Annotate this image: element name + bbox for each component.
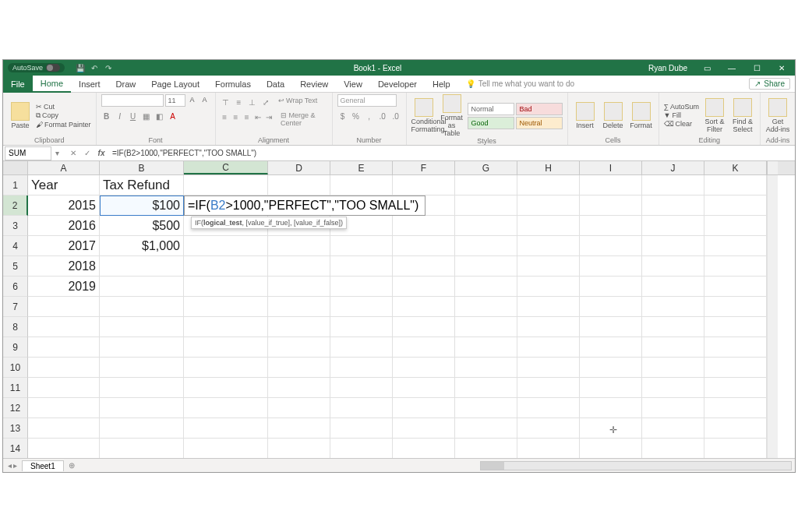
cell-C5[interactable] (184, 256, 268, 277)
style-bad[interactable]: Bad (516, 103, 563, 115)
cell-C12[interactable] (184, 398, 268, 418)
increase-decimal-icon[interactable]: .0 (377, 111, 388, 122)
cell-J9[interactable] (642, 337, 704, 358)
row-header-5[interactable]: 5 (3, 256, 28, 277)
cell-D14[interactable] (268, 439, 330, 459)
cell-C7[interactable] (184, 297, 268, 317)
cell-C8[interactable] (184, 317, 268, 337)
vertical-scrollbar[interactable] (767, 337, 778, 358)
cell-I9[interactable] (580, 337, 642, 358)
underline-icon[interactable]: U (128, 111, 139, 122)
font-size-dropdown[interactable]: 11 (165, 94, 185, 107)
vertical-scrollbar[interactable] (767, 256, 778, 277)
decrease-indent-icon[interactable]: ⇤ (253, 111, 262, 122)
cell-G8[interactable] (455, 317, 517, 337)
cell-D12[interactable] (268, 398, 330, 418)
cell-D10[interactable] (268, 358, 330, 378)
cell-C11[interactable] (184, 378, 268, 398)
increase-indent-icon[interactable]: ⇥ (265, 111, 274, 122)
new-sheet-icon[interactable]: ⊕ (64, 461, 79, 470)
vertical-scrollbar[interactable] (767, 161, 778, 174)
cell-B1[interactable]: Tax Refund (100, 175, 184, 196)
border-icon[interactable]: ▦ (141, 111, 152, 122)
cell-J14[interactable] (642, 439, 704, 459)
align-left-icon[interactable]: ≡ (221, 111, 229, 122)
cell-F4[interactable] (393, 236, 455, 256)
tab-view[interactable]: View (336, 76, 370, 93)
cell-C1[interactable] (184, 175, 268, 196)
cell-J4[interactable] (642, 236, 704, 256)
copy-button[interactable]: ⧉Copy (36, 111, 91, 120)
row-header-7[interactable]: 7 (3, 297, 28, 317)
conditional-formatting-button[interactable]: Conditional Formatting (411, 98, 436, 133)
cell-I3[interactable] (580, 216, 642, 236)
cell-E13[interactable] (330, 418, 393, 439)
col-header-E[interactable]: E (330, 161, 393, 174)
cell-H1[interactable] (517, 175, 580, 196)
cell-C14[interactable] (184, 439, 268, 459)
cell-E12[interactable] (330, 398, 393, 418)
cell-B5[interactable] (100, 256, 184, 277)
minimize-icon[interactable]: — (720, 60, 743, 76)
cell-G12[interactable] (455, 398, 517, 418)
cell-I12[interactable] (580, 398, 642, 418)
cell-D1[interactable] (268, 175, 330, 196)
cell-A13[interactable] (28, 418, 100, 439)
cell-I10[interactable] (580, 358, 642, 378)
orientation-icon[interactable]: ⤢ (260, 97, 271, 107)
cell-J11[interactable] (642, 378, 704, 398)
autosave-toggle[interactable]: AutoSave (8, 63, 65, 72)
cell-J13[interactable] (642, 418, 704, 439)
cell-G9[interactable] (455, 337, 517, 358)
cell-F7[interactable] (393, 297, 455, 317)
row-header-10[interactable]: 10 (3, 358, 28, 378)
align-middle-icon[interactable]: ≡ (234, 97, 245, 107)
cell-G2[interactable] (455, 196, 517, 216)
cell-F6[interactable] (393, 277, 455, 297)
cell-K11[interactable] (704, 378, 767, 398)
fill-button[interactable]: ▼ Fill (664, 111, 699, 119)
bold-icon[interactable]: B (101, 111, 112, 122)
vertical-scrollbar[interactable] (767, 317, 778, 337)
cell-F1[interactable] (393, 175, 455, 196)
cell-H8[interactable] (517, 317, 580, 337)
cell-C10[interactable] (184, 358, 268, 378)
horizontal-scrollbar[interactable] (480, 461, 792, 470)
cell-J2[interactable] (642, 196, 704, 216)
style-neutral[interactable]: Neutral (516, 117, 563, 129)
vertical-scrollbar[interactable] (767, 378, 778, 398)
wrap-text-button[interactable]: ↩ Wrap Text (278, 97, 318, 107)
cell-E4[interactable] (330, 236, 393, 256)
col-header-J[interactable]: J (642, 161, 704, 174)
cell-K6[interactable] (704, 277, 767, 297)
col-header-G[interactable]: G (455, 161, 517, 174)
cell-I1[interactable] (580, 175, 642, 196)
cell-A3[interactable]: 2016 (28, 216, 100, 236)
cell-A2[interactable]: 2015 (28, 196, 100, 216)
cell-K14[interactable] (704, 439, 767, 459)
cell-H10[interactable] (517, 358, 580, 378)
vertical-scrollbar[interactable] (767, 297, 778, 317)
cell-B12[interactable] (100, 398, 184, 418)
font-name-dropdown[interactable] (101, 94, 164, 107)
cell-H7[interactable] (517, 297, 580, 317)
cell-A7[interactable] (28, 297, 100, 317)
cell-B10[interactable] (100, 358, 184, 378)
sheet-tab[interactable]: Sheet1 (22, 460, 64, 471)
cell-E7[interactable] (330, 297, 393, 317)
align-center-icon[interactable]: ≡ (231, 111, 240, 122)
cell-D13[interactable] (268, 418, 330, 439)
maximize-icon[interactable]: ☐ (745, 60, 768, 76)
enter-formula-icon[interactable]: ✓ (81, 147, 94, 160)
cell-J8[interactable] (642, 317, 704, 337)
cell-D7[interactable] (268, 297, 330, 317)
cell-D5[interactable] (268, 256, 330, 277)
cell-E14[interactable] (330, 439, 393, 459)
cell-editor[interactable]: =IF(B2>1000,"PERFECT","TOO SMALL") IF(lo… (184, 196, 425, 216)
cell-E6[interactable] (330, 277, 393, 297)
font-color-icon[interactable]: A (168, 111, 178, 122)
close-icon[interactable]: ✕ (770, 60, 793, 76)
tab-draw[interactable]: Draw (108, 76, 144, 93)
cell-C6[interactable] (184, 277, 268, 297)
cell-E5[interactable] (330, 256, 393, 277)
